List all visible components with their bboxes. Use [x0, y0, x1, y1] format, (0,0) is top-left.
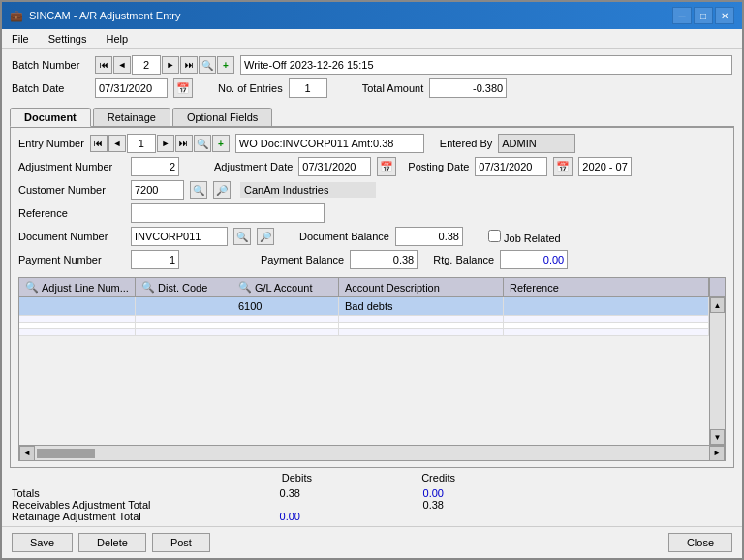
- tab-optional-fields[interactable]: Optional Fields: [172, 108, 272, 126]
- entry-last-button[interactable]: ⏭: [175, 135, 193, 152]
- entry-next-button[interactable]: ►: [157, 135, 174, 152]
- batch-add-button[interactable]: +: [217, 56, 234, 74]
- glacct-search-icon[interactable]: 🔍: [238, 281, 252, 294]
- document-tab-content: Entry Number ⏮ ◄ ► ⏭ 🔍 + Entered By Adju…: [10, 127, 734, 468]
- adj-number-input: [131, 157, 179, 176]
- wo-description-input[interactable]: [235, 134, 424, 153]
- payment-number-input[interactable]: [131, 250, 179, 269]
- adj-date-calendar-button[interactable]: 📅: [377, 157, 396, 176]
- batch-description-input[interactable]: [240, 55, 732, 75]
- finder-icon: 🔎: [216, 185, 228, 196]
- maximize-button[interactable]: □: [694, 7, 713, 24]
- batch-prev-button[interactable]: ◄: [113, 56, 131, 74]
- document-number-input[interactable]: [131, 227, 228, 246]
- entry-add-button[interactable]: +: [212, 135, 230, 152]
- scroll-up-button[interactable]: ▲: [710, 297, 725, 313]
- document-number-label: Document Number: [18, 231, 125, 242]
- table-row[interactable]: [19, 329, 709, 336]
- batch-next-button[interactable]: ►: [162, 56, 179, 74]
- left-buttons: Save Delete Post: [12, 533, 210, 552]
- post-button[interactable]: Post: [152, 533, 210, 552]
- toolbar-area: Batch Number ⏮ ◄ ► ⏭ 🔍 + Batch Date 📅 No…: [2, 49, 742, 108]
- col-header-acctdesc: Account Description: [339, 278, 504, 296]
- batch-date-input[interactable]: [95, 78, 168, 98]
- debits-header: Debits: [205, 472, 341, 485]
- scroll-right-button[interactable]: ►: [709, 446, 725, 461]
- batch-last-button[interactable]: ⏭: [180, 56, 198, 74]
- scroll-left-button[interactable]: ◄: [19, 446, 35, 461]
- adj-date-input[interactable]: [298, 157, 371, 176]
- col-header-ref: Reference: [504, 278, 709, 296]
- tab-retainage[interactable]: Retainage: [93, 108, 170, 126]
- totals-debits-3: 0.00: [194, 511, 329, 522]
- customer-number-input[interactable]: [131, 180, 184, 200]
- entered-by-input: [498, 134, 575, 153]
- entry-prev-button[interactable]: ◄: [108, 135, 126, 152]
- cell-adjline: [19, 297, 136, 315]
- cell-adjline: [19, 316, 136, 322]
- entry-first-button[interactable]: ⏮: [90, 135, 108, 152]
- batch-date-calendar-button[interactable]: 📅: [173, 78, 193, 98]
- menu-file[interactable]: File: [6, 31, 35, 47]
- grid-scrollbar[interactable]: ▲ ▼: [709, 297, 725, 445]
- document-balance-input: [395, 227, 463, 246]
- doc-search-button[interactable]: 🔍: [233, 228, 251, 245]
- document-balance-label: Document Balance: [299, 231, 389, 242]
- bottom-buttons: Save Delete Post Close: [2, 526, 742, 558]
- save-button[interactable]: Save: [12, 533, 73, 552]
- batch-first-button[interactable]: ⏮: [95, 56, 112, 74]
- minimize-button[interactable]: ─: [672, 7, 692, 24]
- plus-icon: +: [218, 139, 224, 149]
- reference-input[interactable]: [131, 203, 325, 223]
- cell-dist: [136, 323, 232, 328]
- payment-balance-label: Payment Balance: [261, 254, 344, 265]
- finder-icon: 🔎: [260, 232, 271, 242]
- close-window-button[interactable]: ✕: [715, 7, 734, 24]
- table-row[interactable]: [19, 316, 709, 323]
- horizontal-scrollbar[interactable]: ◄ ►: [19, 445, 725, 460]
- credits-header: Credits: [349, 472, 484, 485]
- scroll-down-button[interactable]: ▼: [710, 429, 725, 445]
- batch-search-button[interactable]: 🔍: [199, 56, 216, 74]
- entry-nav-buttons: ⏮ ◄ ► ⏭ 🔍 +: [90, 134, 230, 153]
- rtg-balance-label: Rtg. Balance: [433, 254, 494, 265]
- customer-search-button[interactable]: 🔍: [190, 181, 207, 199]
- search-icon: 🔍: [202, 60, 213, 71]
- totals-row-1: Totals 0.38 0.00: [12, 487, 732, 499]
- cell-dist: [136, 329, 232, 335]
- menu-help[interactable]: Help: [100, 31, 134, 47]
- totals-credits-1: 0.00: [337, 487, 473, 499]
- search-icon: 🔍: [197, 139, 208, 149]
- right-buttons: Close: [668, 533, 732, 552]
- customer-finder-button[interactable]: 🔎: [213, 181, 231, 199]
- col-header-adjline: 🔍 Adjust Line Num...: [19, 278, 136, 296]
- cell-glacct: 6100: [232, 297, 339, 315]
- close-button[interactable]: Close: [668, 533, 732, 552]
- entered-by-label: Entered By: [440, 138, 492, 149]
- adjline-search-icon[interactable]: 🔍: [25, 281, 39, 294]
- no-entries-input: [289, 78, 327, 98]
- table-row[interactable]: 6100 Bad debts: [19, 297, 709, 316]
- delete-button[interactable]: Delete: [78, 533, 146, 552]
- window-title: SINCAM - A/R Adjustment Entry: [29, 10, 181, 21]
- entry-search-button[interactable]: 🔍: [194, 135, 211, 152]
- cell-ref: [504, 297, 709, 315]
- dist-search-icon[interactable]: 🔍: [141, 281, 155, 294]
- totals-row-2: Receivables Adjustment Total 0.38: [12, 499, 732, 511]
- menu-settings[interactable]: Settings: [43, 31, 93, 47]
- posting-date-calendar-button[interactable]: 📅: [553, 157, 573, 176]
- table-row[interactable]: [19, 323, 709, 329]
- job-related-checkbox[interactable]: [488, 230, 501, 242]
- tab-document[interactable]: Document: [10, 108, 91, 127]
- app-icon: 💼: [10, 10, 23, 22]
- cell-ref: [504, 323, 709, 328]
- doc-finder-button[interactable]: 🔎: [257, 228, 274, 245]
- cell-glacct: [232, 316, 339, 322]
- entry-number-input[interactable]: [127, 134, 156, 153]
- payment-balance-input: [350, 250, 418, 269]
- posting-date-input[interactable]: [475, 157, 547, 176]
- menu-bar: File Settings Help: [2, 29, 742, 49]
- batch-number-input[interactable]: [132, 55, 161, 75]
- total-amount-label: Total Amount: [362, 82, 424, 94]
- grid-header: 🔍 Adjust Line Num... 🔍 Dist. Code 🔍 G/L …: [19, 278, 725, 297]
